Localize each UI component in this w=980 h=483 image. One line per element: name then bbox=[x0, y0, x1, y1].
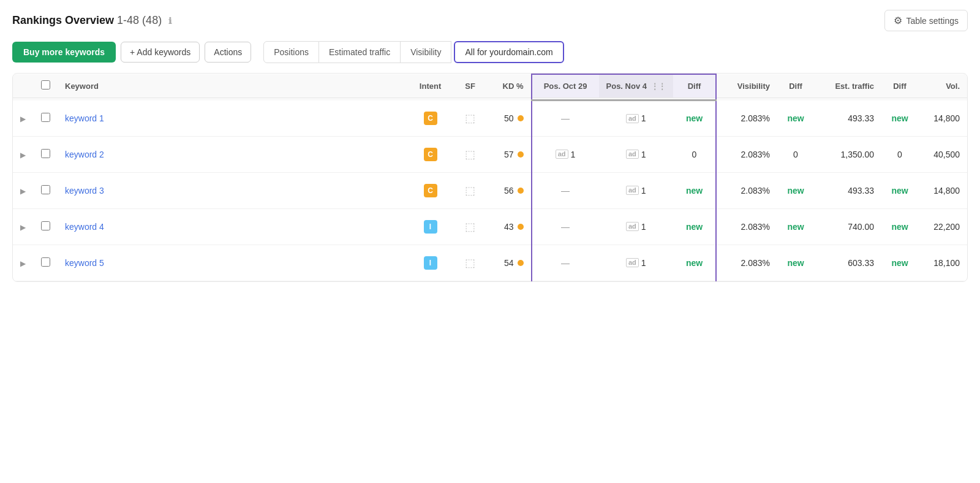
kd-value: 43 bbox=[504, 222, 514, 232]
checkbox-cell[interactable] bbox=[33, 245, 58, 281]
table-row: ▶ keyword 4 I ⬚ 43 — ad 1 bbox=[13, 208, 967, 245]
diff-new-badge: new bbox=[787, 113, 804, 123]
sf-cell: ⬚ bbox=[452, 245, 489, 281]
diff3-td: 0 bbox=[881, 136, 918, 172]
pos-nov-cell: ad 1 bbox=[606, 222, 666, 232]
tab-positions[interactable]: Positions bbox=[263, 41, 319, 63]
header-left: Rankings Overview 1-48 (48) ℹ bbox=[12, 14, 172, 27]
row-checkbox[interactable] bbox=[41, 149, 50, 158]
th-diff1[interactable]: Diff bbox=[673, 74, 716, 98]
drag-handle-icon: ⋮⋮ bbox=[651, 82, 666, 91]
table-row: ▶ keyword 2 C ⬚ 57 ad 1 ad bbox=[13, 136, 967, 172]
header: Rankings Overview 1-48 (48) ℹ ⚙ Table se… bbox=[12, 10, 968, 31]
row-checkbox[interactable] bbox=[41, 113, 50, 122]
expand-arrow-icon[interactable]: ▶ bbox=[20, 151, 26, 159]
keyword-cell: keyword 2 bbox=[58, 136, 409, 172]
diff3-td: new bbox=[881, 245, 918, 281]
keyword-link[interactable]: keyword 1 bbox=[65, 113, 104, 123]
select-all-checkbox[interactable] bbox=[41, 80, 50, 89]
th-pos-oct[interactable]: Pos. Oct 29 bbox=[532, 74, 599, 98]
add-keywords-button[interactable]: + Add keywords bbox=[121, 42, 200, 63]
diff-new-badge: new bbox=[686, 222, 703, 232]
sf-cell: ⬚ bbox=[452, 136, 489, 172]
expand-arrow-icon[interactable]: ▶ bbox=[20, 115, 26, 123]
est-traffic-value: 493.33 bbox=[848, 113, 874, 123]
keyword-link[interactable]: keyword 5 bbox=[65, 258, 104, 268]
table-settings-label: Table settings bbox=[906, 16, 959, 26]
expand-cell[interactable]: ▶ bbox=[13, 245, 33, 281]
th-kd: KD % bbox=[489, 74, 532, 98]
checkbox-cell[interactable] bbox=[33, 101, 58, 137]
sf-icon: ⬚ bbox=[465, 257, 475, 269]
pos-nov-td: ad 1 bbox=[599, 101, 673, 137]
pos-oct-dash: — bbox=[561, 186, 570, 196]
diff-new-badge: new bbox=[787, 258, 804, 268]
expand-cell[interactable]: ▶ bbox=[13, 208, 33, 245]
kd-value-cell: 54 bbox=[496, 258, 524, 268]
expand-cell[interactable]: ▶ bbox=[13, 136, 33, 172]
row-checkbox[interactable] bbox=[41, 221, 50, 230]
th-vol[interactable]: Vol. bbox=[918, 74, 967, 98]
kd-value-cell: 57 bbox=[496, 150, 524, 159]
pos-oct-td: — bbox=[532, 245, 599, 281]
vol-value: 14,800 bbox=[933, 113, 960, 123]
sf-icon: ⬚ bbox=[465, 221, 475, 233]
actions-button[interactable]: Actions bbox=[205, 42, 251, 63]
diff2-td: 0 bbox=[777, 136, 814, 172]
th-est-traffic[interactable]: Est. traffic bbox=[814, 74, 881, 98]
kd-value-cell: 50 bbox=[496, 113, 524, 123]
kd-value: 50 bbox=[504, 113, 514, 123]
keyword-cell: keyword 3 bbox=[58, 172, 409, 208]
vol-value: 14,800 bbox=[933, 186, 960, 196]
intent-cell: C bbox=[409, 101, 452, 137]
th-pos-nov[interactable]: Pos. Nov 4 ⋮⋮ bbox=[599, 74, 673, 98]
tab-visibility[interactable]: Visibility bbox=[401, 41, 451, 63]
intent-cell: C bbox=[409, 136, 452, 172]
kd-dot bbox=[518, 260, 524, 266]
expand-cell[interactable]: ▶ bbox=[13, 172, 33, 208]
checkbox-cell[interactable] bbox=[33, 136, 58, 172]
sf-cell: ⬚ bbox=[452, 208, 489, 245]
checkbox-cell[interactable] bbox=[33, 208, 58, 245]
keyword-link[interactable]: keyword 4 bbox=[65, 222, 104, 232]
checkbox-cell[interactable] bbox=[33, 172, 58, 208]
row-checkbox[interactable] bbox=[41, 257, 50, 267]
pos-oct-value: 1 bbox=[571, 150, 576, 159]
pos-oct-dash: — bbox=[561, 258, 570, 268]
sf-icon: ⬚ bbox=[465, 112, 475, 124]
pos-nov-td: ad 1 bbox=[599, 136, 673, 172]
diff2-td: new bbox=[777, 101, 814, 137]
table-settings-button[interactable]: ⚙ Table settings bbox=[884, 10, 968, 31]
keyword-link[interactable]: keyword 2 bbox=[65, 150, 104, 159]
th-diff2[interactable]: Diff bbox=[777, 74, 814, 98]
expand-cell[interactable]: ▶ bbox=[13, 101, 33, 137]
vol-value: 40,500 bbox=[933, 150, 960, 159]
diff-new-badge: new bbox=[891, 186, 908, 196]
ad-icon: ad bbox=[626, 258, 639, 267]
th-visibility[interactable]: Visibility bbox=[716, 74, 777, 98]
page-title: Rankings Overview 1-48 (48) ℹ bbox=[12, 14, 172, 26]
pos-oct-dash: — bbox=[561, 222, 570, 232]
visibility-value: 2.083% bbox=[741, 222, 770, 232]
buy-keywords-button[interactable]: Buy more keywords bbox=[12, 42, 116, 63]
pos-nov-td: ad 1 bbox=[599, 245, 673, 281]
tab-all-domain[interactable]: All for yourdomain.com bbox=[454, 41, 564, 63]
pos-nov-cell: ad 1 bbox=[606, 150, 666, 159]
diff-new-badge: new bbox=[686, 113, 703, 123]
row-checkbox[interactable] bbox=[41, 185, 50, 194]
pos-nov-td: ad 1 bbox=[599, 172, 673, 208]
expand-arrow-icon[interactable]: ▶ bbox=[20, 223, 26, 232]
sf-icon: ⬚ bbox=[465, 148, 475, 161]
expand-arrow-icon[interactable]: ▶ bbox=[20, 187, 26, 196]
diff-new-badge: new bbox=[891, 113, 908, 123]
th-diff3[interactable]: Diff bbox=[881, 74, 918, 98]
table-header-row: Keyword Intent SF KD % Pos. Oct 29 Pos. … bbox=[13, 74, 967, 98]
tab-estimated-traffic[interactable]: Estimated traffic bbox=[319, 41, 401, 63]
expand-arrow-icon[interactable]: ▶ bbox=[20, 259, 26, 268]
pos-nov-label: Pos. Nov 4 bbox=[606, 82, 647, 91]
pos-nov-cell: ad 1 bbox=[606, 113, 666, 123]
info-icon[interactable]: ℹ bbox=[168, 16, 172, 26]
vol-value: 22,200 bbox=[933, 222, 960, 232]
kd-dot bbox=[518, 224, 524, 230]
keyword-link[interactable]: keyword 3 bbox=[65, 186, 104, 196]
